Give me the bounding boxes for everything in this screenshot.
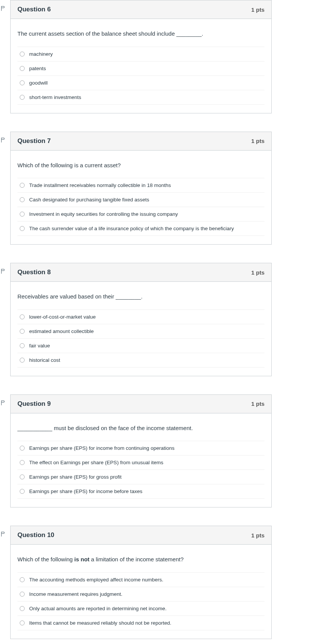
answer-option[interactable]: The accounting methods employed affect i… — [17, 572, 264, 587]
radio-icon[interactable] — [20, 577, 25, 582]
answer-option[interactable]: Only actual amounts are reported in dete… — [17, 601, 264, 616]
question-points: 1 pts — [251, 138, 264, 144]
question-text: ___________ must be disclosed on the fac… — [17, 424, 264, 433]
answer-label: Cash designated for purchasing tangible … — [29, 197, 149, 203]
question-body: Which of the following is not a limitati… — [11, 545, 271, 639]
answers-list: The accounting methods employed affect i… — [17, 572, 264, 630]
question-title: Question 7 — [17, 137, 51, 145]
answer-option[interactable]: Trade installment receivables normally c… — [17, 178, 264, 192]
radio-icon[interactable] — [20, 343, 25, 348]
answer-label: Earnings per share (EPS) for gross profi… — [29, 474, 122, 480]
question-text: The current assets section of the balanc… — [17, 30, 264, 38]
question-block: Question 61 ptsThe current assets sectio… — [10, 0, 313, 113]
flag-icon[interactable] — [0, 531, 6, 537]
question-text: Receivables are valued based on their __… — [17, 292, 264, 301]
question-points: 1 pts — [251, 6, 264, 13]
answer-option[interactable]: short-term investments — [17, 90, 264, 105]
radio-icon[interactable] — [20, 592, 25, 597]
answer-label: estimated amount collectible — [29, 328, 94, 334]
question-block: Question 71 ptsWhich of the following is… — [10, 132, 313, 245]
answer-option[interactable]: Income measurement requires judgment. — [17, 587, 264, 601]
question-body: ___________ must be disclosed on the fac… — [11, 413, 271, 507]
flag-icon[interactable] — [0, 400, 6, 406]
radio-icon[interactable] — [20, 66, 25, 71]
answer-label: The cash surrender value of a life insur… — [29, 226, 234, 231]
answer-option[interactable]: The cash surrender value of a life insur… — [17, 221, 264, 236]
answer-option[interactable]: fair value — [17, 338, 264, 353]
question-card: Question 101 ptsWhich of the following i… — [10, 526, 272, 639]
answer-label: Trade installment receivables normally c… — [29, 182, 171, 188]
answer-label: Only actual amounts are reported in dete… — [29, 606, 166, 611]
question-card: Question 91 pts___________ must be discl… — [10, 394, 272, 508]
question-card: Question 81 ptsReceivables are valued ba… — [10, 263, 272, 376]
answer-label: machinery — [29, 51, 53, 57]
radio-icon[interactable] — [20, 212, 25, 217]
answer-label: lower-of-cost-or-market value — [29, 314, 96, 320]
question-body: The current assets section of the balanc… — [11, 19, 271, 113]
radio-icon[interactable] — [20, 358, 25, 363]
question-title: Question 8 — [17, 269, 51, 276]
radio-icon[interactable] — [20, 620, 25, 625]
radio-icon[interactable] — [20, 474, 25, 479]
answer-option[interactable]: goodwill — [17, 75, 264, 90]
radio-icon[interactable] — [20, 460, 25, 465]
question-header: Question 91 pts — [11, 395, 271, 413]
question-block: Question 81 ptsReceivables are valued ba… — [10, 263, 313, 376]
quiz-container: Question 61 ptsThe current assets sectio… — [0, 0, 313, 644]
answer-option[interactable]: lower-of-cost-or-market value — [17, 309, 264, 324]
radio-icon[interactable] — [20, 226, 25, 231]
radio-icon[interactable] — [20, 80, 25, 85]
question-points: 1 pts — [251, 532, 264, 539]
answer-option[interactable]: Cash designated for purchasing tangible … — [17, 192, 264, 207]
answer-label: Items that cannot be measured reliably s… — [29, 620, 171, 626]
answer-label: The accounting methods employed affect i… — [29, 577, 163, 583]
question-card: Question 71 ptsWhich of the following is… — [10, 132, 272, 245]
answer-label: patents — [29, 66, 46, 71]
answer-option[interactable]: estimated amount collectible — [17, 324, 264, 338]
question-text: Which of the following is a current asse… — [17, 161, 264, 170]
question-card: Question 61 ptsThe current assets sectio… — [10, 0, 272, 113]
radio-icon[interactable] — [20, 95, 25, 100]
answer-option[interactable]: Investment in equity securities for cont… — [17, 207, 264, 221]
radio-icon[interactable] — [20, 197, 25, 202]
question-text: Which of the following is not a limitati… — [17, 555, 264, 564]
flag-icon[interactable] — [0, 268, 6, 274]
answer-option[interactable]: The effect on Earnings per share (EPS) f… — [17, 455, 264, 470]
flag-icon[interactable] — [0, 5, 6, 11]
answer-option[interactable]: Earnings per share (EPS) for income from… — [17, 441, 264, 455]
answer-option[interactable]: historical cost — [17, 353, 264, 368]
answer-option[interactable]: machinery — [17, 47, 264, 61]
answer-option[interactable]: Earnings per share (EPS) for gross profi… — [17, 470, 264, 484]
radio-icon[interactable] — [20, 606, 25, 611]
question-title: Question 9 — [17, 400, 51, 408]
question-points: 1 pts — [251, 269, 264, 276]
radio-icon[interactable] — [20, 183, 25, 188]
answer-label: Investment in equity securities for cont… — [29, 211, 178, 217]
question-header: Question 61 pts — [11, 0, 271, 19]
answer-label: historical cost — [29, 357, 60, 363]
answer-label: fair value — [29, 343, 50, 349]
radio-icon[interactable] — [20, 52, 25, 57]
question-header: Question 81 pts — [11, 263, 271, 282]
radio-icon[interactable] — [20, 329, 25, 334]
question-header: Question 71 pts — [11, 132, 271, 151]
flag-icon[interactable] — [0, 137, 6, 143]
question-body: Receivables are valued based on their __… — [11, 282, 271, 376]
answer-label: Earnings per share (EPS) for income befo… — [29, 488, 142, 494]
question-points: 1 pts — [251, 401, 264, 407]
answer-label: goodwill — [29, 80, 48, 86]
answers-list: Earnings per share (EPS) for income from… — [17, 441, 264, 499]
answer-label: The effect on Earnings per share (EPS) f… — [29, 460, 163, 465]
answer-label: Income measurement requires judgment. — [29, 591, 122, 597]
question-block: Question 101 ptsWhich of the following i… — [10, 526, 313, 639]
radio-icon[interactable] — [20, 489, 25, 494]
answer-option[interactable]: Items that cannot be measured reliably s… — [17, 616, 264, 630]
answer-option[interactable]: patents — [17, 61, 264, 75]
question-title: Question 10 — [17, 531, 54, 539]
question-header: Question 101 pts — [11, 526, 271, 545]
answer-option[interactable]: Earnings per share (EPS) for income befo… — [17, 484, 264, 499]
question-body: Which of the following is a current asse… — [11, 151, 271, 245]
answers-list: machinerypatentsgoodwillshort-term inves… — [17, 47, 264, 105]
radio-icon[interactable] — [20, 314, 25, 319]
radio-icon[interactable] — [20, 446, 25, 451]
